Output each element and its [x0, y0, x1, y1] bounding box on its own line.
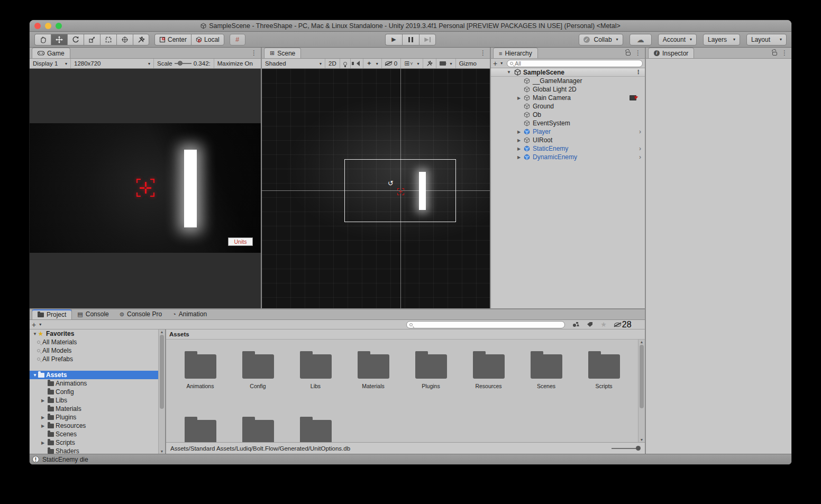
tab-inspector[interactable]: i Inspector: [648, 48, 694, 58]
game-menu-kebab-icon[interactable]: ⋮: [251, 49, 257, 57]
account-dropdown[interactable]: Account▾: [658, 34, 697, 45]
scale-slider[interactable]: [175, 63, 191, 64]
tree-item[interactable]: Config: [30, 388, 158, 396]
create-object-button[interactable]: +: [493, 60, 497, 67]
custom-tool-icon[interactable]: [133, 34, 149, 45]
gizmos-dropdown[interactable]: Gizmo: [456, 59, 480, 68]
asset-folder[interactable]: Config: [229, 354, 287, 420]
tree-item[interactable]: ▶Scripts: [30, 438, 158, 447]
display-dropdown[interactable]: Display 1▾: [30, 59, 71, 68]
hierarchy-item-prefab[interactable]: ▶DynamicEnemy›: [491, 153, 645, 161]
status-bar[interactable]: ! StaticEnemy die: [30, 454, 791, 464]
tab-game[interactable]: Game: [32, 48, 70, 58]
tree-item[interactable]: Shaders: [30, 447, 158, 454]
asset-folder[interactable]: Scenes: [517, 354, 575, 420]
favorites-item[interactable]: All Models: [30, 346, 158, 355]
tab-project[interactable]: Project: [32, 309, 72, 319]
project-search-input[interactable]: [414, 322, 562, 328]
maximize-on-play-toggle[interactable]: Maximize On: [214, 59, 256, 68]
asset-folder[interactable]: Scripts: [575, 354, 633, 420]
scene-viewport[interactable]: ↺: [262, 69, 490, 308]
hierarchy-item[interactable]: ▶Main Camera: [491, 94, 645, 102]
thumbnail-size-slider[interactable]: [612, 446, 641, 451]
hierarchy-item-prefab[interactable]: ▶Player›: [491, 127, 645, 136]
hand-tool-icon[interactable]: [34, 34, 51, 45]
pivot-toggle-button[interactable]: Center: [154, 34, 191, 45]
resolution-dropdown[interactable]: 1280x720▾: [71, 59, 154, 68]
scene-header-row[interactable]: ▼ SampleScene ⋮: [491, 68, 645, 77]
save-search-button[interactable]: ★: [597, 320, 610, 328]
prefab-chevron-icon[interactable]: ›: [639, 153, 641, 161]
tree-item-assets-root[interactable]: ▼ Assets: [30, 371, 158, 379]
step-button[interactable]: ▶: [419, 34, 436, 45]
hidden-objects-toggle[interactable]: 0: [382, 59, 401, 68]
asset-folder[interactable]: Libs: [287, 354, 344, 420]
hierarchy-menu-kebab-icon[interactable]: ⋮: [635, 49, 641, 57]
effects-dropdown[interactable]: ✦▾: [363, 59, 382, 68]
move-tool-icon[interactable]: [51, 34, 67, 45]
rotate-tool-icon[interactable]: [67, 34, 84, 45]
tree-item[interactable]: Scenes: [30, 430, 158, 438]
tree-item[interactable]: ▶Resources: [30, 421, 158, 430]
grid-scrollbar[interactable]: ▲ ▼: [638, 340, 645, 442]
tree-item[interactable]: ▶Plugins: [30, 413, 158, 421]
asset-folder-partial[interactable]: [171, 420, 229, 442]
inspector-lock-icon[interactable]: [772, 52, 777, 56]
cloud-services-button[interactable]: ☁: [630, 34, 652, 45]
hierarchy-search-input[interactable]: [515, 60, 640, 67]
inspector-menu-kebab-icon[interactable]: ⋮: [781, 49, 788, 57]
tree-item[interactable]: Animations: [30, 379, 158, 388]
hierarchy-item[interactable]: Ob: [491, 111, 645, 119]
play-button[interactable]: ▶: [385, 34, 402, 45]
hierarchy-item[interactable]: Ground: [491, 102, 645, 111]
tab-console-pro[interactable]: ⊜ Console Pro: [114, 309, 167, 319]
search-by-label-button[interactable]: [583, 322, 596, 327]
favorites-item[interactable]: All Materials: [30, 338, 158, 346]
grid-visibility-dropdown[interactable]: ⊞Y▾: [401, 59, 423, 68]
scrollbar-thumb[interactable]: [160, 335, 164, 409]
hierarchy-lock-icon[interactable]: [626, 52, 631, 56]
layout-dropdown[interactable]: Layout▾: [746, 34, 787, 45]
tab-hierarchy[interactable]: ≡ Hierarchy: [493, 48, 538, 58]
scale-tool-icon[interactable]: [84, 34, 100, 45]
asset-folder-partial[interactable]: [287, 420, 344, 442]
layers-dropdown[interactable]: Layers▾: [703, 34, 740, 45]
units-button[interactable]: Units: [228, 237, 253, 246]
hierarchy-search[interactable]: [507, 60, 643, 67]
tab-console[interactable]: ▤ Console: [72, 309, 114, 319]
component-tools-button[interactable]: [423, 59, 436, 68]
asset-folder[interactable]: Animations: [171, 354, 229, 420]
prefab-chevron-icon[interactable]: ›: [639, 128, 641, 135]
collab-button[interactable]: ✓ Collab ▾: [579, 34, 623, 45]
draw-mode-dropdown[interactable]: Shaded▾: [262, 59, 325, 68]
tree-item[interactable]: Materials: [30, 405, 158, 413]
lighting-toggle[interactable]: [340, 59, 351, 68]
hierarchy-item[interactable]: ▶UIRoot: [491, 136, 645, 144]
create-asset-button[interactable]: +: [32, 321, 36, 328]
tree-item[interactable]: ▶Libs: [30, 396, 158, 405]
hierarchy-item-prefab[interactable]: ▶StaticEnemy›: [491, 144, 645, 153]
hierarchy-item[interactable]: __GameManager: [491, 77, 645, 85]
2d-toggle[interactable]: 2D: [325, 59, 340, 68]
favorites-item[interactable]: All Prefabs: [30, 355, 158, 363]
asset-folder-partial[interactable]: [229, 420, 287, 442]
pause-button[interactable]: [402, 34, 419, 45]
hidden-packages-toggle[interactable]: 28: [611, 320, 635, 329]
audio-toggle[interactable]: [351, 59, 363, 68]
scene-menu-kebab-icon[interactable]: ⋮: [480, 49, 486, 57]
scrollbar-thumb[interactable]: [640, 345, 644, 408]
tree-scrollbar[interactable]: ▲ ▼: [158, 329, 165, 454]
orientation-toggle-button[interactable]: Local: [191, 34, 224, 45]
asset-folder[interactable]: Materials: [344, 354, 402, 420]
hierarchy-item[interactable]: Global Light 2D: [491, 85, 645, 94]
game-viewport[interactable]: Units: [30, 69, 261, 308]
camera-settings-dropdown[interactable]: ▾: [436, 59, 456, 68]
favorites-header[interactable]: ▼ ★ Favorites: [30, 329, 158, 338]
search-by-type-button[interactable]: [569, 322, 582, 328]
grid-snap-button[interactable]: #: [230, 34, 245, 45]
hierarchy-item[interactable]: EventSystem: [491, 119, 645, 127]
tab-scene[interactable]: ⊞ Scene: [264, 48, 301, 58]
project-search[interactable]: [406, 321, 565, 328]
transform-tool-icon[interactable]: [116, 34, 133, 45]
create-asset-dropdown-icon[interactable]: ▾: [39, 322, 41, 327]
